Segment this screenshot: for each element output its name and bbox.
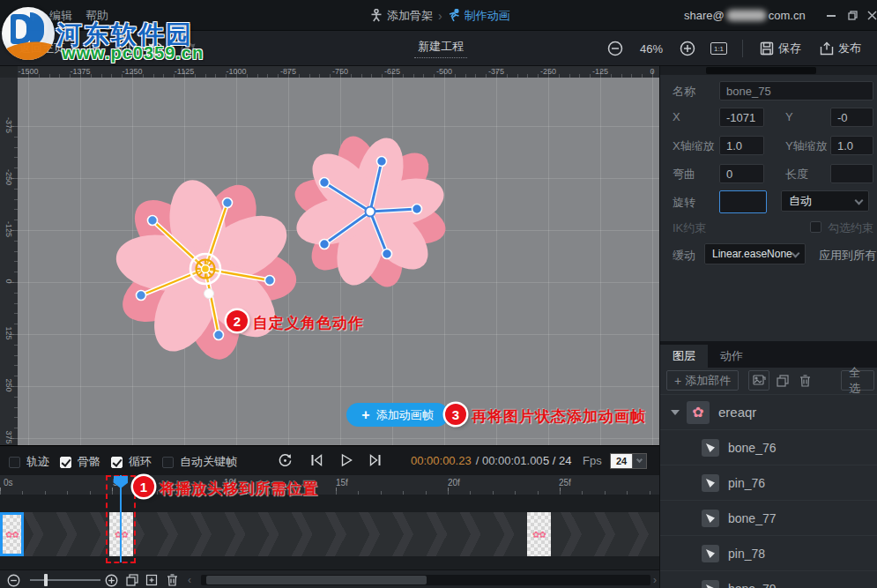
- next-frame-button[interactable]: [367, 452, 384, 468]
- play-button[interactable]: [338, 452, 355, 468]
- plus-icon: +: [674, 374, 681, 388]
- menu-edit[interactable]: 编辑: [49, 0, 72, 31]
- duplicate-button[interactable]: [117, 31, 131, 66]
- scroll-left-icon[interactable]: ‹: [188, 574, 191, 586]
- menu-help[interactable]: 帮助: [85, 0, 108, 31]
- loop-checkbox[interactable]: [111, 457, 123, 468]
- yscale-field[interactable]: 1.0: [830, 136, 873, 155]
- keyframe-20[interactable]: ✿✿: [527, 512, 551, 556]
- xscale-field[interactable]: 1.0: [719, 136, 764, 155]
- bone-joint-handle[interactable]: [204, 289, 214, 299]
- track-checkbox[interactable]: [9, 457, 20, 468]
- minimize-icon: [827, 15, 836, 17]
- zoom-out-button[interactable]: [607, 31, 623, 66]
- save-button[interactable]: 保存: [760, 31, 801, 66]
- tree-row[interactable]: bone_76: [660, 429, 877, 465]
- undo-button[interactable]: [148, 31, 164, 66]
- panel-scrollbar-thumb[interactable]: [706, 67, 816, 74]
- name-field[interactable]: bone_75: [719, 81, 873, 100]
- timeline-zoom-in-button[interactable]: [102, 572, 120, 588]
- bone-icon: [702, 474, 719, 492]
- flower-left[interactable]: [113, 175, 300, 364]
- keyframe-0[interactable]: ✿✿: [0, 512, 24, 556]
- timeline-ruler[interactable]: 0s 5f 10f 15f 20f 25f: [0, 475, 659, 495]
- paste-frame-button[interactable]: [143, 572, 160, 588]
- rotate-field[interactable]: [719, 190, 767, 213]
- tree-row[interactable]: pin_78: [660, 535, 877, 570]
- ruler-corner: [0, 66, 18, 78]
- prev-frame-button[interactable]: [308, 452, 325, 468]
- panel-scrollbar[interactable]: [660, 66, 877, 75]
- step-make-animation[interactable]: 制作动画: [448, 8, 510, 24]
- copy-frame-button[interactable]: [123, 572, 141, 588]
- y-field[interactable]: -0: [830, 108, 873, 127]
- x-field[interactable]: -1071: [719, 108, 764, 127]
- tree-row[interactable]: pin_76: [660, 465, 877, 500]
- plus-icon: +: [361, 408, 369, 422]
- titlebar: 文件 编辑 帮助 添加骨架 › 制作动画 share@ com.cn: [0, 0, 877, 31]
- zoom-in-button[interactable]: [680, 31, 695, 66]
- step-add-skeleton[interactable]: 添加骨架: [370, 8, 433, 24]
- stage-canvas[interactable]: [18, 78, 659, 445]
- rotate-mode-select[interactable]: 自动: [781, 190, 869, 212]
- timeline-zoom-slider-handle[interactable]: [44, 574, 48, 586]
- timeline-scrollbar[interactable]: [201, 575, 650, 585]
- toggle-autokey[interactable]: 自动关键帧: [162, 454, 237, 470]
- tab-actions[interactable]: 动作: [708, 345, 755, 368]
- scroll-right-icon[interactable]: ›: [653, 574, 657, 586]
- add-part-button[interactable]: + 添加部件: [666, 370, 739, 391]
- back-home-button[interactable]: ‹ 返回主页: [11, 31, 65, 66]
- select-all-button[interactable]: 全选: [841, 370, 874, 391]
- easing-select[interactable]: Linear.easeNone: [704, 243, 806, 264]
- zoom-reset-button[interactable]: 1:1: [710, 31, 727, 66]
- tab-layers[interactable]: 图层: [660, 345, 708, 368]
- chevron-down-icon: [792, 249, 800, 258]
- chevron-down-icon: [633, 453, 647, 469]
- window-minimize-button[interactable]: [821, 0, 841, 31]
- caret-down-icon[interactable]: [671, 410, 680, 415]
- bone-icon: [702, 439, 719, 457]
- autokey-checkbox[interactable]: [162, 457, 174, 468]
- apply-to-all-button[interactable]: 应用到所有: [819, 248, 876, 264]
- bend-field[interactable]: 0: [719, 164, 764, 183]
- project-name-field[interactable]: 新建工程: [414, 31, 467, 66]
- delete-frame-button[interactable]: [163, 572, 181, 588]
- toggle-bones[interactable]: 骨骼: [60, 454, 100, 470]
- toggle-loop[interactable]: 循环: [111, 454, 152, 470]
- publish-button[interactable]: 发布: [820, 31, 861, 66]
- timeline-zoom-slider[interactable]: [30, 579, 100, 581]
- menu-file[interactable]: 文件: [14, 0, 37, 31]
- delete-part-button[interactable]: [794, 370, 815, 391]
- save-icon: [760, 41, 774, 56]
- current-time: 00:00:00.23: [411, 454, 472, 467]
- toggle-track[interactable]: 轨迹: [9, 454, 49, 470]
- redo-button[interactable]: [180, 31, 196, 66]
- fps-select[interactable]: 24: [610, 453, 647, 469]
- properties-panel: 名称 bone_75 X -1071 Y -0 X轴缩放 1.0 Y轴缩放 1.…: [659, 66, 877, 588]
- y-label: Y: [785, 110, 793, 123]
- restart-button[interactable]: [276, 452, 294, 468]
- timeline-track[interactable]: ✿✿ ✿✿ ✿✿: [0, 495, 659, 569]
- duplicate-part-button[interactable]: [772, 370, 793, 391]
- flower-right[interactable]: [290, 131, 450, 292]
- window-close-button[interactable]: [862, 0, 877, 31]
- window-restore-button[interactable]: [843, 0, 862, 31]
- annotation-text-2: 自定义角色动作: [253, 313, 364, 333]
- skeleton-person-icon: [370, 9, 383, 22]
- tree-root-row[interactable]: ✿ ereaqr: [660, 394, 877, 429]
- ik-checkbox[interactable]: [810, 221, 821, 233]
- length-field[interactable]: [830, 164, 873, 183]
- bone-hub[interactable]: [366, 207, 375, 217]
- parts-toolbar: + 添加部件 全选: [660, 368, 877, 394]
- annotation-text-1: 将播放头移到所需位置: [160, 479, 318, 499]
- add-animation-frame-button[interactable]: + 添加动画帧: [346, 403, 449, 427]
- tree-row[interactable]: bone_79: [660, 570, 877, 588]
- account-email: share@ com.cn: [684, 0, 806, 31]
- timeline-scrollbar-thumb[interactable]: [206, 576, 427, 584]
- timeline-zoom-out-button[interactable]: [4, 572, 22, 588]
- tree-row[interactable]: bone_77: [660, 500, 877, 535]
- bones-checkbox[interactable]: [60, 457, 71, 468]
- email-blur-patch: [726, 10, 767, 21]
- replace-image-button[interactable]: [748, 370, 769, 391]
- new-file-button[interactable]: [88, 31, 102, 66]
